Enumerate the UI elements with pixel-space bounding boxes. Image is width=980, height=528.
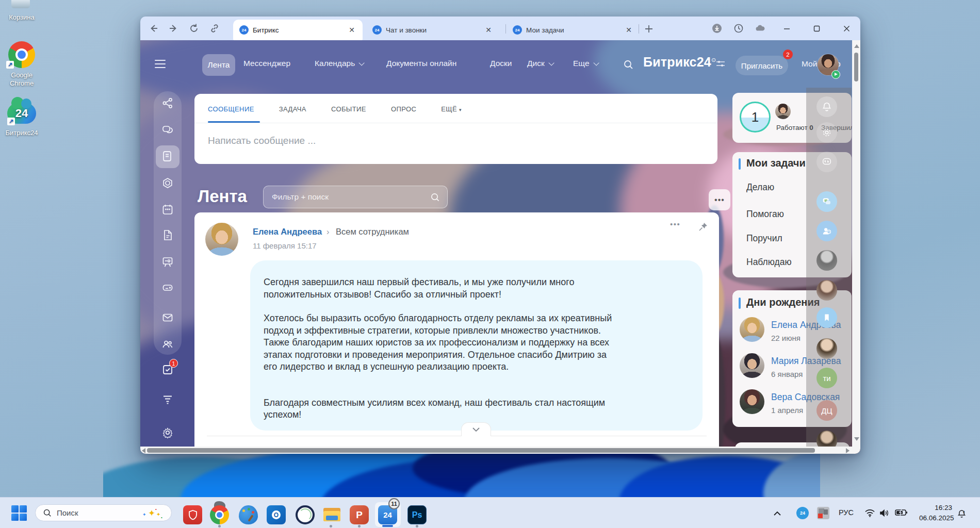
post-author-avatar[interactable] [205,223,238,256]
feed-filter-input[interactable]: Фильтр + поиск [263,186,448,208]
calendar-icon[interactable] [161,203,174,216]
taskbar-explorer-icon[interactable] [322,505,341,524]
rail-avatar[interactable] [816,250,837,271]
compose-tab-message[interactable]: СООБЩЕНИЕ [208,105,254,113]
bookmark-icon[interactable] [816,307,837,328]
scroll-down-arrow[interactable] [854,437,859,441]
funnel-icon[interactable] [161,393,174,405]
documents-icon[interactable] [161,229,174,241]
post-menu-icon[interactable]: ••• [670,220,680,228]
tab-close-icon[interactable]: ✕ [624,26,633,34]
feed-more-button[interactable]: ••• [709,189,730,210]
reload-icon[interactable] [189,23,199,34]
whiteboard-icon[interactable] [161,256,174,268]
tasks-item-assigned[interactable]: Поручил [746,233,782,244]
notifications-bell-icon[interactable] [816,96,837,117]
rail-avatar[interactable] [816,338,837,359]
menu-burger-icon[interactable] [155,60,166,68]
settings-sliders-icon[interactable] [716,60,725,68]
invite-button[interactable]: Пригласить [736,56,788,75]
taskbar-ring-icon[interactable] [296,505,315,524]
horizontal-scrollbar[interactable] [140,447,860,454]
notification-bell-icon[interactable]: z [957,509,966,519]
wifi-icon[interactable] [864,509,875,517]
tray-clock[interactable]: 16:23 06.06.2025 [919,503,952,523]
taskbar-paint-icon[interactable] [239,505,258,524]
taskbar-photoshop-icon[interactable]: Ps [407,505,427,524]
rail-badge-ti[interactable]: ти [816,368,837,388]
start-button[interactable] [11,505,27,521]
desktop-icon-chrome[interactable]: ↗ Google Chrome [0,41,43,88]
tab-close-icon[interactable]: ✕ [347,26,356,34]
feed-icon[interactable] [161,150,174,162]
tray-bitrix24-icon[interactable]: 24 [796,507,809,519]
history-icon[interactable] [733,23,744,34]
nav-item-boards[interactable]: Доски [490,59,512,68]
post-author-name[interactable]: Елена Андреева [253,227,322,237]
horizontal-scroll-thumb[interactable] [147,448,815,453]
rail-avatar[interactable] [816,280,837,301]
vertical-scroll-thumb[interactable] [854,53,858,81]
post-paragraph: Благодаря совместным усилиям всех команд… [264,397,619,421]
tray-chevron-up-icon[interactable] [774,511,781,516]
tasks-item-doing[interactable]: Делаю [746,182,774,193]
search-icon[interactable] [623,59,633,70]
compose-tab-poll[interactable]: ОПРОС [391,105,416,113]
desktop-icon-bitrix24[interactable]: 24 ↗ Битрикс24 [0,99,43,137]
mail-icon[interactable] [161,311,174,324]
chats-icon[interactable] [161,124,174,136]
cloud-sync-icon[interactable] [755,23,765,34]
scroll-right-arrow[interactable] [846,448,850,453]
volume-icon[interactable] [879,509,890,517]
compose-tab-event[interactable]: СОБЫТИЕ [331,105,366,113]
nav-item-feed[interactable]: Лента [202,54,235,76]
nav-item-more[interactable]: Еще [573,59,597,68]
nav-item-messenger[interactable]: Мессенджер [243,59,290,68]
taskbar-antivirus-icon[interactable] [183,505,202,524]
chat-bubbles-icon[interactable] [816,191,837,212]
scroll-up-arrow[interactable] [854,44,859,48]
taskbar-chrome-icon[interactable] [210,505,229,524]
new-tab-icon[interactable] [644,24,654,34]
vertical-scrollbar[interactable] [852,40,860,447]
tray-language[interactable]: РУС [839,508,854,517]
tasks-item-helping[interactable]: Помогаю [746,209,784,220]
back-icon[interactable] [149,23,159,34]
gear-icon[interactable] [161,426,174,439]
network-icon[interactable] [161,97,174,109]
close-window-button[interactable] [835,16,858,40]
rail-badge-dc[interactable]: ДЦ [816,400,837,421]
tray-antivirus-icon[interactable] [817,507,829,519]
compose-tab-more[interactable]: ЕЩЁ ▾ [441,105,462,113]
battery-icon[interactable] [895,509,907,516]
crm-icon[interactable] [161,177,174,189]
person-clock-icon[interactable] [816,221,837,241]
downloads-icon[interactable] [712,23,722,34]
people-icon[interactable] [161,338,174,350]
compose-tab-task[interactable]: ЗАДАЧА [279,105,306,113]
pin-icon[interactable] [698,222,708,232]
tab-my-tasks[interactable]: 24 Мои задачи ✕ [509,20,638,40]
nav-item-calendar[interactable]: Календарь [315,59,363,68]
collapse-post-button[interactable] [461,422,491,436]
tab-close-icon[interactable]: ✕ [484,26,493,34]
taskbar-outlook-icon[interactable]: O [267,505,286,524]
scroll-left-arrow[interactable] [142,448,145,453]
desktop-icon-recycle-bin[interactable]: Корзина [0,0,43,22]
forward-icon[interactable] [168,23,178,34]
planner-counter[interactable]: 1 [740,102,771,133]
pulse-icon[interactable] [816,122,837,143]
tasks-item-watching[interactable]: Наблюдаю [746,257,792,268]
minimize-button[interactable] [775,16,798,40]
drive-icon[interactable] [161,282,174,294]
taskbar-search[interactable]: Поиск ✦ ✦ ✦ • • [35,504,172,521]
taskbar-powerpoint-icon[interactable]: P [350,505,369,524]
tab-bitrix[interactable]: 24 Битрикс ✕ [233,20,363,40]
nav-item-docs[interactable]: Документы онлайн [386,59,456,68]
tab-chat-calls[interactable]: 24 Чат и звонки ✕ [368,20,497,40]
compose-input[interactable]: Написать сообщение ... [208,135,316,146]
chat-transfer-icon[interactable] [816,152,837,172]
maximize-button[interactable] [805,16,828,40]
link-icon[interactable] [209,23,220,34]
nav-item-disk[interactable]: Диск [527,59,552,68]
